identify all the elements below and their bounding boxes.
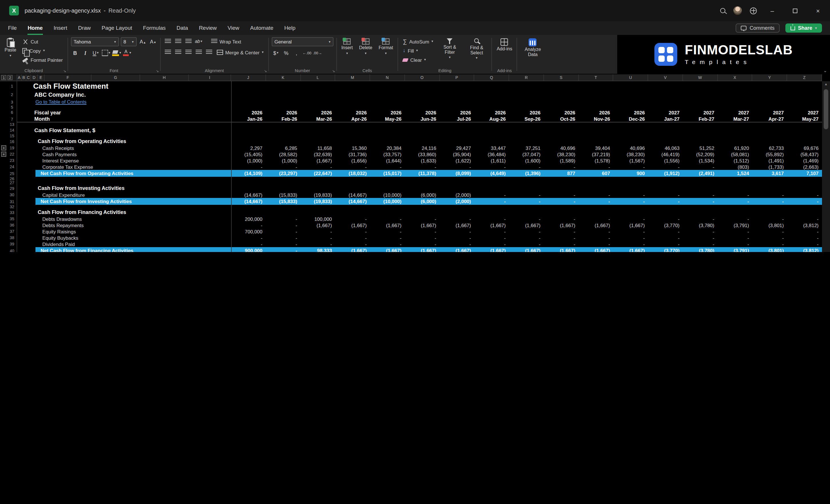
cell[interactable] [613, 122, 648, 126]
cell[interactable] [544, 98, 579, 105]
cell[interactable] [579, 105, 613, 109]
cell[interactable] [717, 177, 753, 181]
number-format-select[interactable]: General▾ [272, 37, 333, 46]
cell[interactable]: 900 [613, 170, 648, 177]
cell[interactable] [231, 138, 266, 145]
cell[interactable] [370, 105, 405, 109]
cell[interactable] [787, 185, 822, 192]
cell[interactable]: 2026 [370, 109, 405, 116]
align-middle-button[interactable] [173, 37, 182, 46]
globe-icon[interactable] [750, 7, 757, 14]
vertical-scrollbar-thumb[interactable] [824, 89, 828, 129]
cell[interactable]: - [544, 228, 579, 234]
cell[interactable]: - [509, 164, 544, 170]
cell[interactable] [405, 122, 440, 126]
cell[interactable] [440, 122, 475, 126]
cell[interactable] [648, 209, 683, 216]
cell[interactable]: - [717, 198, 753, 205]
cell[interactable] [717, 209, 753, 216]
cell[interactable] [717, 122, 753, 126]
cell[interactable] [683, 185, 718, 192]
cell[interactable]: (1,667) [300, 222, 336, 228]
cell[interactable]: Apr-27 [753, 116, 787, 122]
cell[interactable]: Mar-27 [717, 116, 753, 122]
cell[interactable]: 200,000 [231, 216, 266, 222]
cell[interactable]: - [613, 241, 648, 247]
cell[interactable]: 2026 [266, 109, 301, 116]
cell[interactable]: (1,600) [509, 157, 544, 164]
cell[interactable] [370, 81, 405, 91]
cell[interactable] [648, 134, 683, 138]
cell[interactable]: - [266, 247, 301, 252]
cell[interactable]: (2,000) [440, 192, 475, 198]
cell[interactable]: 24,116 [405, 145, 440, 151]
menu-tab-home[interactable]: Home [28, 21, 43, 35]
cell[interactable] [336, 181, 371, 185]
cell[interactable] [440, 105, 475, 109]
alignment-dialog-launcher-icon[interactable]: ↘ [264, 69, 267, 73]
cell[interactable]: - [405, 241, 440, 247]
cell[interactable]: (35,904) [440, 151, 475, 157]
cell[interactable] [717, 138, 753, 145]
cell[interactable] [266, 205, 301, 209]
cell[interactable] [648, 177, 683, 181]
cell[interactable]: (1,396) [509, 170, 544, 177]
cell[interactable]: - [300, 234, 336, 241]
cell[interactable]: 62,733 [753, 145, 787, 151]
cell[interactable] [787, 134, 822, 138]
row-header[interactable]: 16 [7, 138, 17, 145]
cell[interactable] [579, 134, 613, 138]
cell[interactable]: - [648, 198, 683, 205]
cell[interactable] [648, 138, 683, 145]
cell[interactable] [440, 98, 475, 105]
cell[interactable]: (55,892) [753, 151, 787, 157]
menu-tab-automate[interactable]: Automate [250, 21, 274, 35]
clear-button[interactable]: Clear▾ [401, 56, 435, 64]
cell[interactable] [613, 98, 648, 105]
cell[interactable] [300, 98, 336, 105]
cell[interactable]: (3,812) [787, 247, 822, 252]
column-header[interactable]: M [336, 74, 371, 81]
cell[interactable]: (33,860) [405, 151, 440, 157]
cell[interactable] [544, 134, 579, 138]
cell[interactable]: (37,219) [579, 151, 613, 157]
cell[interactable]: (1,667) [440, 222, 475, 228]
cell[interactable] [717, 205, 753, 209]
cell[interactable]: 2026 [300, 109, 336, 116]
cell[interactable]: - [753, 241, 787, 247]
cell[interactable] [613, 205, 648, 209]
menu-tab-insert[interactable]: Insert [54, 21, 67, 35]
cell[interactable]: - [613, 164, 648, 170]
scroll-up-icon[interactable]: ▲ [824, 81, 828, 87]
cell[interactable]: (3,770) [648, 222, 683, 228]
cell[interactable]: (38,230) [613, 151, 648, 157]
cell[interactable] [405, 105, 440, 109]
row-header[interactable]: 29 [7, 185, 17, 192]
cell[interactable] [405, 177, 440, 181]
cell[interactable]: - [753, 216, 787, 222]
cell[interactable] [717, 126, 753, 134]
cell[interactable]: - [475, 228, 509, 234]
cell[interactable]: - [266, 234, 301, 241]
cell[interactable]: - [509, 192, 544, 198]
cell[interactable] [717, 181, 753, 185]
cell[interactable]: (1,667) [544, 247, 579, 252]
cell[interactable]: - [475, 164, 509, 170]
outline-expand-button[interactable]: + [1, 145, 6, 151]
cell[interactable] [683, 126, 718, 134]
sort-filter-button[interactable]: Sort & Filter▾ [438, 37, 462, 64]
number-dialog-launcher-icon[interactable]: ↘ [332, 69, 335, 73]
cell[interactable]: - [787, 241, 822, 247]
cell[interactable]: (1,000) [266, 157, 301, 164]
cell[interactable]: - [405, 234, 440, 241]
cell[interactable] [717, 134, 753, 138]
cell[interactable] [648, 126, 683, 134]
cell[interactable]: Oct-26 [544, 116, 579, 122]
cell[interactable]: (14,667) [336, 198, 371, 205]
cell[interactable]: (2,663) [787, 164, 822, 170]
cell[interactable] [405, 205, 440, 209]
cell[interactable] [405, 138, 440, 145]
cell[interactable]: - [683, 234, 718, 241]
cell[interactable] [787, 209, 822, 216]
cell[interactable]: - [544, 241, 579, 247]
